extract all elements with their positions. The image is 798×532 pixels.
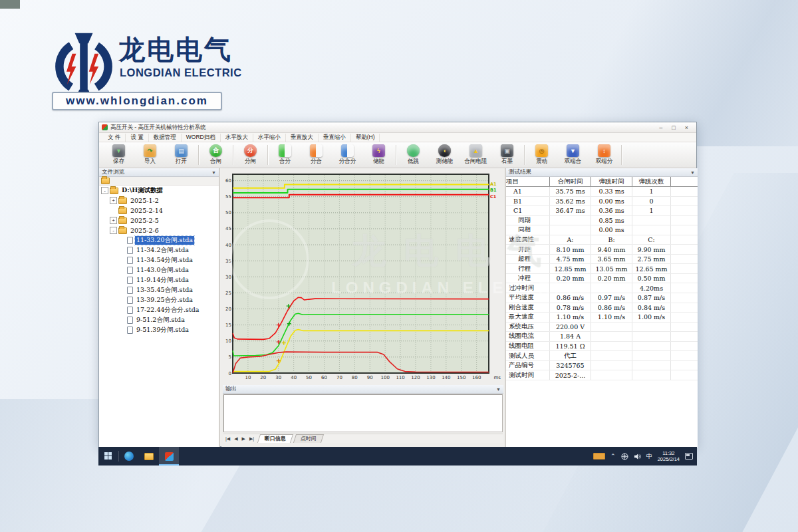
toolbar-button-save[interactable]: ▼保存 [103, 142, 134, 168]
menu-item[interactable]: WORD归档 [182, 134, 221, 142]
tab-nav-arrow[interactable]: |◀ [223, 434, 232, 443]
menu-item[interactable]: 水平放大 [221, 134, 253, 142]
results-row: 同相0.00 ms [506, 225, 698, 235]
clock[interactable]: 11:32 2025/2/14 [658, 450, 680, 462]
toolbar-button-open-op[interactable]: 分分闸 [235, 142, 266, 168]
tree-item[interactable]: +2025-2-5 [99, 215, 219, 225]
tree-item[interactable]: 13-39.25合分.stda [99, 295, 219, 305]
tree-item-label: 9-51.2合闸.stda [135, 316, 186, 325]
app-taskbar-icon[interactable] [159, 447, 179, 466]
results-row: A135.75 ms0.33 ms1 [506, 187, 698, 197]
result-value-c: 2.75 mm [632, 255, 671, 264]
result-value-b: 0.00 ms [591, 225, 632, 235]
toolbar-button-open[interactable]: ▤打开 [166, 142, 197, 168]
chevron-down-icon[interactable]: ▼ [211, 170, 216, 175]
toolbar-button-energy-store[interactable]: ϟ储能 [363, 142, 394, 168]
tray-expand-icon[interactable]: ⌃ [610, 453, 616, 460]
tab-nav-arrow[interactable]: ▶ [240, 434, 247, 443]
toolbar-button-dual-close[interactable]: ▼双端合 [557, 142, 589, 168]
tree-expander[interactable]: - [110, 227, 117, 234]
input-method-indicator[interactable]: 中 [646, 452, 652, 461]
tree-item[interactable]: 11-34.54分闸.stda [99, 255, 219, 265]
toolbar-button-open-close[interactable]: 分合 [301, 142, 332, 168]
x-tick-label: 110 [396, 375, 404, 380]
x-tick-label: 40 [291, 375, 297, 380]
chart-panel: 1020304050607080901001101201301401501600… [221, 168, 505, 448]
tree-item[interactable]: +2025-1-2 [99, 196, 219, 205]
tree-expander[interactable]: - [101, 187, 108, 194]
tree-item[interactable]: 2025-2-14 [99, 205, 219, 215]
tree-item[interactable]: 17-22.44分合分.stda [99, 305, 219, 315]
toolbar-button-dual-open[interactable]: ↕双端分 [589, 142, 620, 168]
toolbar-button-low-trip[interactable]: 低跳 [398, 142, 429, 168]
menu-item[interactable]: 数据管理 [149, 134, 182, 142]
toolbar-button-open-close-open[interactable]: 分合分 [332, 142, 363, 168]
result-value-a: 12.85 mm [550, 264, 591, 273]
result-item-label: 最大速度 [506, 313, 550, 322]
menu-item[interactable]: 垂直缩小 [319, 134, 351, 142]
toolbar-button-close-op[interactable]: 合合闸 [200, 142, 231, 168]
volume-icon[interactable] [634, 453, 641, 460]
start-button[interactable] [98, 447, 118, 466]
tree-item[interactable]: 11-43.0合闸.stda [99, 265, 219, 275]
tree-expander[interactable]: + [110, 197, 117, 204]
battery-tray-icon[interactable] [593, 453, 605, 460]
result-value-extra [671, 216, 699, 225]
tab-2[interactable]: 点时间 [293, 434, 324, 443]
tree-item[interactable]: 11-34.2合闸.stda [99, 245, 219, 255]
output-header[interactable]: 输出 ▼ [223, 385, 503, 394]
toolbar-button-label: 合分 [279, 158, 291, 166]
waveform-chart[interactable]: 1020304050607080901001101201301401501600… [223, 171, 502, 382]
chevron-down-icon[interactable]: ▼ [496, 387, 501, 392]
toolbar-button-closing-resistor[interactable]: ▲合闸电阻 [460, 142, 491, 168]
minimize-button[interactable]: – [659, 124, 662, 131]
menu-item[interactable]: 文 件 [103, 134, 126, 142]
toolbar-button-label: 分合分 [339, 158, 356, 166]
toolbar-separator [396, 145, 396, 165]
menu-item[interactable]: 设 置 [126, 134, 148, 142]
result-value-extra [671, 323, 699, 332]
tab-1[interactable]: 断口信息 [257, 434, 293, 443]
folder-icon[interactable] [101, 178, 110, 184]
file-explorer-icon[interactable] [139, 447, 159, 466]
notification-center-icon[interactable] [685, 453, 693, 460]
tree-item[interactable]: 9-51.39分闸.stda [99, 325, 219, 335]
result-value-b [591, 361, 632, 370]
chart-plot-area[interactable] [233, 174, 489, 373]
open-close-open-icon [341, 144, 354, 157]
tree-expander[interactable]: + [110, 217, 117, 224]
menu-item[interactable]: 帮助(H) [351, 134, 380, 142]
tree-item[interactable]: 11-9.14分闸.stda [99, 275, 219, 285]
file-browser-header[interactable]: 文件浏览 ▼ [99, 168, 219, 177]
close-button[interactable]: × [685, 124, 688, 131]
tree-item[interactable]: 11-33.20合闸.stda [99, 235, 219, 245]
tab-nav-arrow[interactable]: ▶| [247, 434, 256, 443]
results-header[interactable]: 测试结果 ▼ [506, 168, 698, 177]
title-bar[interactable]: 高压开关 - 高压开关机械特性分析系统 – □ × [99, 122, 696, 133]
result-value-extra [671, 370, 699, 380]
tree-item[interactable]: 13-35.45合闸.stda [99, 285, 219, 295]
edge-browser-icon[interactable] [119, 447, 139, 466]
tree-item-label: 17-22.44分合分.stda [135, 306, 200, 315]
results-row: B135.62 ms0.00 ms0 [506, 197, 698, 207]
menu-item[interactable]: 水平缩小 [253, 134, 286, 142]
toolbar-button-vibration[interactable]: ◎震动 [526, 142, 557, 168]
app-window: 高压开关 - 高压开关机械特性分析系统 – □ × 文 件设 置数据管理WORD… [98, 122, 697, 447]
toolbar-button-close-open[interactable]: 合分 [269, 142, 301, 168]
tree-item[interactable]: -2025-2-6 [99, 225, 219, 235]
tree-item[interactable]: -D:\H测试数据 [99, 186, 219, 196]
result-value-c: 0.87 m/s [632, 293, 671, 303]
toolbar-button-graphite[interactable]: ▣石墨 [491, 142, 523, 168]
network-icon[interactable] [621, 453, 628, 460]
chevron-down-icon[interactable]: ▼ [690, 170, 695, 175]
file-icon [127, 327, 133, 334]
tab-nav-arrow[interactable]: ◀ [232, 434, 239, 443]
maximize-button[interactable]: □ [672, 124, 675, 131]
toolbar-button-import[interactable]: ↷导入 [134, 142, 166, 168]
taskbar: ⌃ 中 11:32 2025/2/14 [98, 447, 697, 466]
menu-item[interactable]: 垂直放大 [286, 134, 319, 142]
tree-item[interactable]: 9-51.2合闸.stda [99, 315, 219, 325]
save-icon: ▼ [112, 144, 125, 157]
toolbar-button-measure-energy[interactable]: ◖测储能 [429, 142, 460, 168]
output-textarea[interactable] [223, 394, 503, 432]
